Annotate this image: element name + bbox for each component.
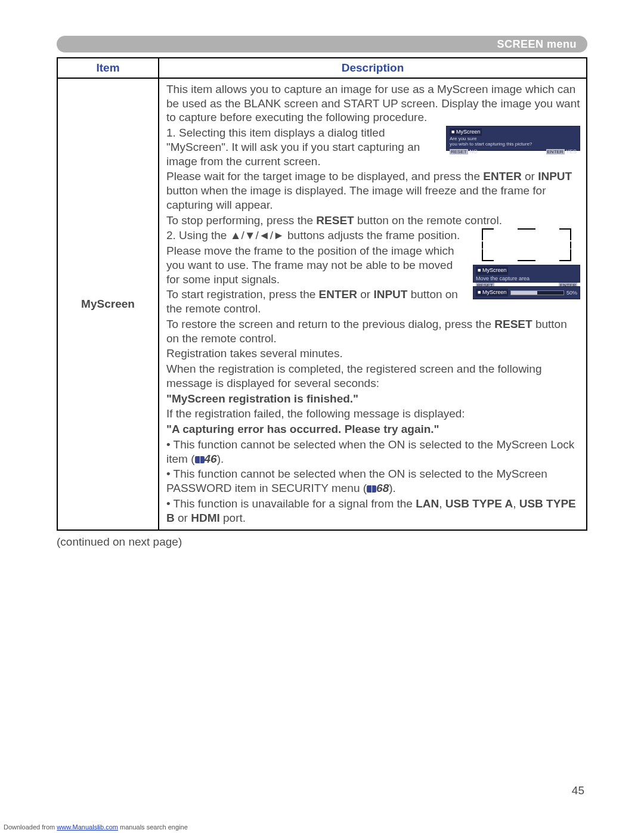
step1b: Please wait for the target image to be d… [166, 169, 580, 212]
col-desc: Description [159, 58, 587, 78]
page-number: 45 [572, 784, 584, 797]
shot3-title: ■ MyScreen [476, 289, 508, 296]
footer: Downloaded from www.Manualslib.com manua… [4, 823, 188, 831]
dialog-screenshot-2: ■ MyScreen Move the capture area RESET E… [473, 265, 580, 283]
book-icon [195, 456, 205, 463]
shot1-title: ■ MyScreen [450, 128, 482, 136]
msg-finished: "MyScreen registration is finished." [166, 392, 580, 406]
book-icon [367, 485, 376, 493]
shot1-line2: you wish to start capturing this picture… [450, 142, 577, 147]
continued-note: (continued on next page) [57, 535, 587, 549]
footer-link[interactable]: www.Manualslib.com [57, 823, 118, 831]
dialog-screenshot-1: ■ MyScreen Are you sure you wish to star… [446, 126, 580, 151]
note1: • This function cannot be selected when … [166, 438, 580, 466]
step2e: Registration takes several minutes. [166, 346, 580, 361]
msg-error: "A capturing error has occurred. Please … [166, 422, 580, 436]
step2g: If the registration failed, the followin… [166, 407, 580, 421]
dialog-screenshot-3: ■ MyScreen 50% [473, 286, 580, 299]
progress-bar [510, 290, 564, 295]
description-cell: This item allows you to capture an image… [159, 78, 587, 531]
section-header: SCREEN menu [57, 36, 587, 52]
step1c: To stop performing, press the RESET butt… [166, 213, 580, 228]
section-title: SCREEN menu [497, 38, 577, 51]
col-item: Item [57, 58, 159, 78]
step2f: When the registration is completed, the … [166, 362, 580, 391]
step2d: To restore the screen and return to the … [166, 317, 580, 346]
shot1-enter: ENTER [546, 149, 565, 154]
dialog-screenshot-group-2: ■ MyScreen Move the capture area RESET E… [473, 228, 580, 303]
intro-text: This item allows you to capture an image… [166, 82, 580, 125]
capture-frame-diagram [482, 228, 571, 261]
manual-table: Item Description MyScreen This item allo… [57, 57, 587, 531]
note3: • This function is unavailable for a sig… [166, 497, 580, 525]
shot1-reset: RESET [450, 149, 468, 154]
item-name: MyScreen [57, 78, 159, 531]
note2: • This function cannot be selected when … [166, 467, 580, 496]
shot2-title: ■ MyScreen [476, 267, 508, 274]
